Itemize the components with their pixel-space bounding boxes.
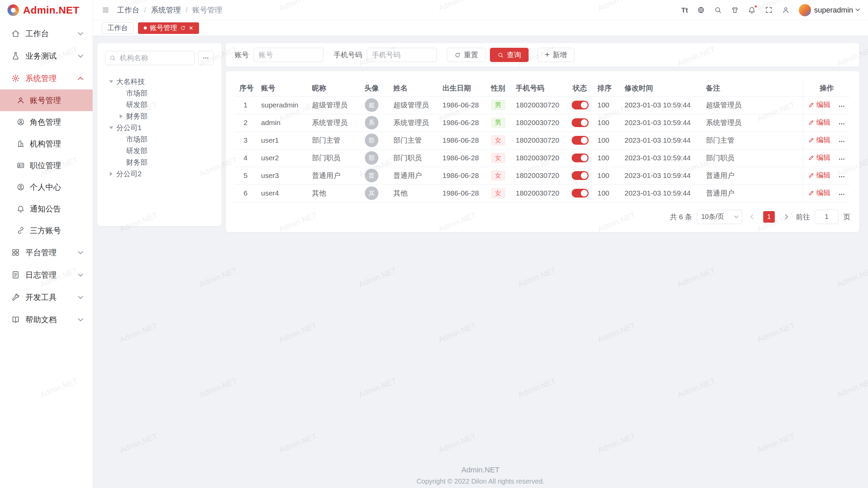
close-icon[interactable]: × — [189, 24, 193, 32]
id-card-icon — [17, 161, 25, 169]
sidebar-item-workbench[interactable]: 工作台 — [0, 22, 93, 45]
avatar: 系 — [365, 116, 378, 129]
search-icon[interactable] — [714, 6, 722, 14]
col-account: 账号 — [256, 80, 307, 96]
hamburger-icon[interactable] — [102, 6, 110, 14]
tree-node[interactable]: 市场部 — [105, 87, 214, 99]
avatar[interactable] — [799, 4, 811, 16]
edit-button[interactable]: 编辑 — [808, 135, 831, 145]
sidebar-item-dev-tools[interactable]: 开发工具 — [0, 286, 93, 308]
person-circle-icon — [17, 183, 25, 191]
prev-page-button[interactable] — [747, 211, 758, 223]
filter-bar: 账号 手机号码 重置 查询 — [226, 43, 859, 67]
tree-node[interactable]: 研发部 — [105, 99, 214, 110]
edit-button[interactable]: 编辑 — [808, 118, 831, 127]
org-tree: 大名科技 市场部 研发部 财务部 分公司1 市场部 研发部 财务部 分公司2 — [105, 76, 214, 180]
sidebar-item-position-management[interactable]: 职位管理 — [0, 155, 93, 176]
main-area: 工作台 / 系统管理 / 账号管理 Tt superadmin — [93, 0, 868, 488]
tree-node[interactable]: 研发部 — [105, 145, 214, 157]
col-remark: 备注 — [701, 80, 803, 96]
sidebar-item-log-management[interactable]: 日志管理 — [0, 264, 93, 286]
goto-label: 前往 — [796, 212, 810, 222]
sidebar-item-system-management[interactable]: 系统管理 — [0, 67, 93, 89]
tree-node[interactable]: 市场部 — [105, 134, 214, 145]
col-nickname: 昵称 — [307, 80, 355, 96]
page-size-select[interactable]: 10条/页 — [697, 210, 742, 224]
sidebar-item-third-party-account[interactable]: 三方账号 — [0, 220, 93, 241]
search-icon — [109, 55, 116, 61]
breadcrumb-item-workbench[interactable]: 工作台 — [117, 5, 139, 15]
refresh-icon — [454, 52, 461, 58]
edit-button[interactable]: 编辑 — [808, 188, 831, 198]
caret-down-icon[interactable] — [108, 126, 114, 129]
link-icon — [17, 226, 25, 235]
more-actions-button[interactable] — [838, 155, 846, 163]
avatar: 超 — [365, 98, 378, 112]
sidebar-item-role-management[interactable]: 角色管理 — [0, 111, 93, 133]
more-actions-button[interactable] — [838, 138, 846, 145]
edit-button[interactable]: 编辑 — [808, 170, 831, 180]
sidebar-item-notice[interactable]: 通知公告 — [0, 198, 93, 220]
font-size-icon[interactable]: Tt — [681, 6, 688, 14]
edit-button[interactable]: 编辑 — [808, 100, 831, 109]
search-button[interactable]: 查询 — [490, 48, 529, 62]
status-toggle[interactable] — [572, 136, 589, 145]
tabbar: 工作台 账号管理 × — [93, 20, 868, 36]
user-icon[interactable] — [782, 6, 790, 14]
tab-account-management[interactable]: 账号管理 × — [138, 22, 199, 34]
page-number-1[interactable]: 1 — [763, 211, 775, 223]
refresh-icon[interactable] — [180, 25, 186, 31]
status-toggle[interactable] — [572, 154, 589, 162]
tree-node[interactable]: 财务部 — [105, 157, 214, 168]
phone-input[interactable] — [367, 48, 437, 62]
tree-node[interactable]: 财务部 — [105, 110, 214, 122]
caret-right-icon[interactable] — [108, 172, 114, 176]
sidebar-item-business-test[interactable]: 业务测试 — [0, 45, 93, 67]
table-row: 3 user1 部门主管 部 部门主管 1986-06-28 女 1802003… — [235, 131, 850, 149]
sidebar-submenu-system: 账号管理 角色管理 机构管理 职位管理 个人中心 — [0, 89, 93, 241]
more-dots-icon — [838, 155, 846, 163]
goto-page-input[interactable] — [815, 210, 839, 224]
sidebar-item-account-management[interactable]: 账号管理 — [0, 89, 93, 111]
globe-icon[interactable] — [697, 6, 705, 14]
more-actions-button[interactable] — [838, 173, 846, 181]
breadcrumb-item-system[interactable]: 系统管理 — [151, 5, 181, 15]
org-search-input[interactable] — [105, 51, 195, 65]
grid-icon — [11, 248, 20, 257]
status-toggle[interactable] — [572, 118, 589, 127]
caret-right-icon[interactable] — [118, 114, 124, 118]
fullscreen-icon[interactable] — [765, 6, 773, 14]
status-toggle[interactable] — [572, 171, 589, 180]
more-actions-button[interactable] — [838, 102, 846, 110]
tree-node[interactable]: 分公司1 — [105, 122, 214, 134]
pagination: 共 6 条 10条/页 1 前往 页 — [235, 210, 850, 224]
org-more-button[interactable] — [198, 51, 214, 65]
add-button[interactable]: + 新增 — [537, 48, 574, 62]
role-icon — [17, 118, 25, 126]
tree-node[interactable]: 分公司2 — [105, 168, 214, 180]
next-page-button[interactable] — [780, 211, 791, 223]
sidebar-menu: 工作台 业务测试 系统管理 账号管理 角色管理 — [0, 20, 93, 488]
sidebar-item-personal-center[interactable]: 个人中心 — [0, 176, 93, 198]
status-toggle[interactable] — [572, 189, 589, 198]
status-toggle[interactable] — [572, 101, 589, 109]
edit-button[interactable]: 编辑 — [808, 153, 831, 162]
bell-icon[interactable] — [748, 6, 756, 14]
sidebar-item-org-management[interactable]: 机构管理 — [0, 133, 93, 155]
table-row: 6 user4 其他 其 其他 1986-06-28 女 18020030720… — [235, 184, 850, 202]
user-menu[interactable]: superadmin — [799, 4, 859, 16]
account-input[interactable] — [254, 48, 323, 62]
edit-icon — [808, 102, 814, 108]
more-actions-button[interactable] — [838, 120, 846, 128]
tab-workbench[interactable]: 工作台 — [102, 22, 134, 34]
org-search-row — [105, 51, 214, 65]
caret-down-icon[interactable] — [108, 80, 114, 83]
reset-button[interactable]: 重置 — [447, 48, 486, 62]
more-actions-button[interactable] — [838, 190, 846, 198]
sidebar-item-help-docs[interactable]: 帮助文档 — [0, 308, 93, 331]
chevron-down-icon — [78, 249, 83, 254]
sidebar-item-platform-management[interactable]: 平台管理 — [0, 241, 93, 264]
tree-node[interactable]: 大名科技 — [105, 76, 214, 87]
col-gender: 性别 — [485, 80, 511, 96]
theme-icon[interactable] — [731, 6, 739, 14]
